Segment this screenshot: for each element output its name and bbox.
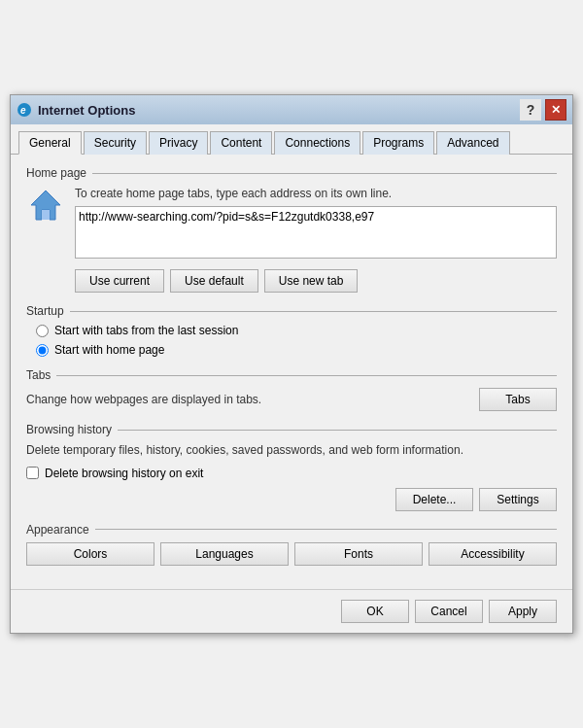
svg-text:e: e bbox=[20, 105, 26, 116]
tabs-bar: General Security Privacy Content Connect… bbox=[11, 124, 572, 155]
settings-button[interactable]: Settings bbox=[479, 488, 557, 511]
appearance-buttons: Colors Languages Fonts Accessibility bbox=[26, 542, 557, 566]
title-bar: e Internet Options ? ✕ bbox=[11, 95, 572, 124]
apply-button[interactable]: Apply bbox=[489, 600, 557, 623]
browsing-section: Browsing history Delete temporary files,… bbox=[26, 423, 557, 511]
tab-connections[interactable]: Connections bbox=[274, 131, 360, 155]
startup-home-page-radio[interactable] bbox=[36, 344, 49, 357]
tabs-button[interactable]: Tabs bbox=[479, 388, 557, 411]
use-current-button[interactable]: Use current bbox=[75, 269, 164, 293]
appearance-section: Appearance Colors Languages Fonts Access… bbox=[26, 523, 557, 566]
delete-on-exit-checkbox[interactable] bbox=[26, 467, 39, 479]
startup-options: Start with tabs from the last session St… bbox=[26, 324, 557, 357]
tab-general[interactable]: General bbox=[18, 131, 82, 155]
dialog-content: Home page To create home page tabs, type… bbox=[11, 155, 572, 589]
startup-last-session-radio[interactable] bbox=[36, 325, 49, 337]
tabs-section: Tabs Change how webpages are displayed i… bbox=[26, 368, 557, 411]
tabs-description: Change how webpages are displayed in tab… bbox=[26, 393, 261, 406]
fonts-button[interactable]: Fonts bbox=[294, 542, 423, 566]
delete-button[interactable]: Delete... bbox=[395, 488, 473, 511]
homepage-buttons: Use current Use default Use new tab bbox=[26, 269, 557, 293]
homepage-description: To create home page tabs, type each addr… bbox=[75, 186, 557, 202]
ok-button[interactable]: OK bbox=[341, 600, 409, 623]
dialog-buttons: OK Cancel Apply bbox=[11, 589, 572, 633]
internet-options-dialog: e Internet Options ? ✕ General Security … bbox=[10, 94, 573, 634]
startup-option2-row: Start with home page bbox=[36, 343, 557, 357]
homepage-inner: To create home page tabs, type each addr… bbox=[26, 186, 557, 261]
homepage-section-title: Home page bbox=[26, 166, 557, 180]
startup-section-title: Startup bbox=[26, 304, 557, 318]
colors-button[interactable]: Colors bbox=[26, 542, 154, 566]
home-icon bbox=[26, 186, 65, 225]
startup-option1-row: Start with tabs from the last session bbox=[36, 324, 557, 337]
ie-icon: e bbox=[17, 102, 32, 118]
browsing-section-title: Browsing history bbox=[26, 423, 557, 436]
tab-security[interactable]: Security bbox=[84, 131, 147, 155]
title-bar-left: e Internet Options bbox=[17, 102, 135, 118]
title-bar-right: ? ✕ bbox=[520, 99, 566, 121]
tabs-section-inner: Change how webpages are displayed in tab… bbox=[26, 388, 557, 411]
use-default-button[interactable]: Use default bbox=[170, 269, 258, 293]
appearance-section-title: Appearance bbox=[26, 523, 557, 537]
homepage-section: Home page To create home page tabs, type… bbox=[26, 166, 557, 293]
browsing-buttons: Delete... Settings bbox=[26, 488, 557, 511]
homepage-url-textarea[interactable] bbox=[75, 206, 557, 259]
startup-last-session-label: Start with tabs from the last session bbox=[54, 324, 238, 337]
tab-content[interactable]: Content bbox=[210, 131, 272, 155]
svg-rect-3 bbox=[42, 210, 50, 220]
delete-on-exit-row: Delete browsing history on exit bbox=[26, 467, 557, 480]
browsing-description: Delete temporary files, history, cookies… bbox=[26, 442, 557, 459]
use-new-tab-button[interactable]: Use new tab bbox=[264, 269, 359, 293]
tab-advanced[interactable]: Advanced bbox=[436, 131, 509, 155]
accessibility-button[interactable]: Accessibility bbox=[429, 542, 557, 566]
help-button[interactable]: ? bbox=[520, 99, 541, 121]
cancel-button[interactable]: Cancel bbox=[415, 600, 483, 623]
startup-section: Startup Start with tabs from the last se… bbox=[26, 304, 557, 357]
languages-button[interactable]: Languages bbox=[160, 542, 289, 566]
startup-home-page-label: Start with home page bbox=[54, 343, 164, 357]
window-title: Internet Options bbox=[38, 103, 135, 118]
tab-privacy[interactable]: Privacy bbox=[149, 131, 208, 155]
close-button[interactable]: ✕ bbox=[545, 99, 566, 121]
delete-on-exit-label: Delete browsing history on exit bbox=[45, 467, 203, 480]
tab-programs[interactable]: Programs bbox=[362, 131, 434, 155]
url-input-wrap: To create home page tabs, type each addr… bbox=[75, 186, 557, 261]
tabs-section-title: Tabs bbox=[26, 368, 557, 382]
